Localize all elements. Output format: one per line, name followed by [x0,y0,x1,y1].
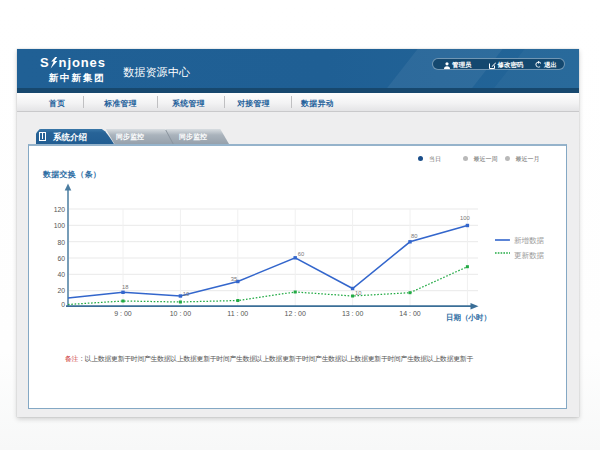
svg-text:40: 40 [57,271,65,278]
svg-text:20: 20 [57,287,65,294]
svg-text:10 : 00: 10 : 00 [170,310,192,317]
svg-text:18: 18 [122,284,128,290]
svg-text:14 : 00: 14 : 00 [399,310,421,317]
svg-text:120: 120 [54,206,66,213]
svg-text:80: 80 [411,233,417,239]
svg-text:80: 80 [57,239,65,246]
svg-text:35: 35 [231,276,237,282]
svg-text:100: 100 [54,222,66,229]
svg-text:100: 100 [460,215,470,221]
svg-text:10: 10 [355,290,361,296]
svg-text:9 : 00: 9 : 00 [114,310,132,317]
svg-text:11 : 00: 11 : 00 [227,310,248,317]
svg-text:10: 10 [183,291,189,297]
svg-text:13 : 00: 13 : 00 [342,310,364,317]
svg-text:12 : 00: 12 : 00 [284,310,306,317]
svg-text:60: 60 [298,251,304,257]
svg-text:60: 60 [57,255,65,262]
svg-text:0: 0 [61,301,65,308]
